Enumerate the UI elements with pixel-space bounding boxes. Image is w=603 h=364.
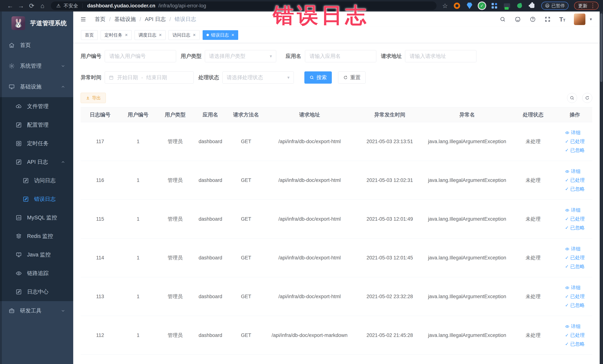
request-url-input[interactable]	[405, 50, 476, 62]
app-name-input[interactable]	[305, 50, 376, 62]
mark-ignored-link[interactable]: ✓已忽略	[565, 225, 585, 231]
extension-ring-icon[interactable]	[453, 2, 461, 9]
refresh-table-button[interactable]	[582, 93, 592, 103]
bookmark-star-icon[interactable]: ☆	[442, 2, 448, 10]
column-header[interactable]: 用户编号	[120, 107, 157, 122]
browser-forward-icon[interactable]: →	[16, 2, 26, 10]
close-tab-icon[interactable]: ×	[159, 32, 162, 38]
column-header[interactable]: 请求地址	[265, 107, 354, 122]
reset-button[interactable]: 重置	[338, 71, 366, 84]
mark-processed-link[interactable]: ✓已处理	[565, 216, 585, 222]
close-tab-icon[interactable]: ×	[125, 32, 128, 38]
date-range-picker[interactable]: 开始日期 - 结束日期	[105, 71, 194, 84]
sidebar-item-log-center[interactable]: 日志中心	[0, 282, 73, 301]
sidebar-item-api-log[interactable]: API 日志	[0, 153, 73, 171]
detail-link[interactable]: 详细	[565, 324, 580, 329]
sidebar-item-file-manage[interactable]: 文件管理	[0, 97, 73, 116]
browser-back-icon[interactable]: ←	[5, 2, 16, 10]
github-icon[interactable]	[514, 16, 521, 23]
column-header[interactable]: 应用名	[194, 107, 227, 122]
breadcrumb-item[interactable]: 首页	[95, 16, 105, 23]
sidebar-item-dev-tools[interactable]: 研发工具	[0, 301, 73, 320]
user-id-input[interactable]	[105, 50, 176, 62]
sidebar-item-java-monitor[interactable]: Java 监控	[0, 246, 73, 264]
extension-puzzle-icon[interactable]	[529, 2, 536, 9]
browser-reload-icon[interactable]: ⟳	[26, 2, 37, 10]
detail-link[interactable]: 详细	[565, 169, 580, 174]
avatar-caret-icon[interactable]: ▾	[590, 17, 592, 22]
fullscreen-icon[interactable]	[545, 16, 551, 23]
browser-home-icon[interactable]: ⌂	[37, 2, 48, 10]
mark-ignored-link[interactable]: ✓已忽略	[565, 341, 585, 347]
help-icon[interactable]	[530, 16, 536, 23]
tab-home[interactable]: 首页	[81, 30, 98, 40]
column-header[interactable]: 异常名	[425, 107, 509, 122]
sidebar-item-access-log[interactable]: 访问日志	[0, 171, 73, 190]
avatar[interactable]	[574, 13, 585, 25]
sidebar-item-mysql-monitor[interactable]: MySQL 监控	[0, 208, 73, 227]
app-logo[interactable]: 🐰 芋道管理系统	[0, 12, 73, 35]
close-tab-icon[interactable]: ×	[193, 32, 196, 38]
page-content: 用户编号 用户类型 请选择用户类型 ▾ 应用名 请求地址	[73, 43, 600, 364]
mark-processed-link[interactable]: ✓已处理	[565, 177, 585, 183]
address-bar[interactable]: ⚠ 不安全 dashboard.yudao.iocoder.cn /infra/…	[51, 1, 437, 10]
extension-check-icon[interactable]: ✓	[479, 2, 485, 9]
mark-ignored-link[interactable]: ✓已忽略	[565, 303, 585, 308]
cell-actions: 详细✓已处理✓已忽略	[557, 122, 592, 161]
column-header[interactable]: 异常发生时间	[354, 107, 425, 122]
chrome-update-button[interactable]: 更新 ⋮	[574, 2, 599, 10]
sidebar-item-scheduled-jobs[interactable]: 定时任务	[0, 134, 73, 153]
detail-link[interactable]: 详细	[565, 207, 580, 213]
mark-processed-link[interactable]: ✓已处理	[565, 139, 585, 144]
export-button[interactable]: 导出	[81, 93, 106, 103]
sidebar-item-home[interactable]: 首页	[0, 35, 73, 56]
mark-processed-link[interactable]: ✓已处理	[565, 332, 585, 338]
mark-ignored-link[interactable]: ✓已忽略	[565, 186, 585, 192]
detail-link[interactable]: 详细	[565, 285, 580, 291]
sidebar-item-tracing[interactable]: 链路追踪	[0, 264, 73, 282]
hamburger-icon[interactable]	[80, 16, 87, 23]
extension-shield-icon[interactable]	[466, 2, 473, 9]
extension-grid-icon[interactable]	[491, 2, 498, 9]
column-header[interactable]: 日志编号	[81, 107, 120, 122]
profile-paused-pill[interactable]: 😃 已暂停	[541, 2, 568, 10]
page-scrollbar[interactable]	[600, 12, 603, 364]
close-tab-icon[interactable]: ×	[232, 32, 234, 38]
log-edit-icon	[16, 289, 22, 295]
extension-leaf-icon[interactable]	[516, 2, 523, 9]
column-header[interactable]: 操作	[557, 107, 592, 122]
breadcrumb-item[interactable]: API 日志	[145, 16, 166, 23]
sidebar-item-system[interactable]: 系统管理	[0, 56, 73, 76]
process-status-select[interactable]: 请选择处理状态 ▾	[222, 71, 294, 84]
sidebar-item-infra[interactable]: 基础设施	[0, 76, 73, 97]
url-path: /infra/log/api-error-log	[158, 3, 206, 9]
mark-processed-link[interactable]: ✓已处理	[565, 255, 585, 260]
mark-ignored-link[interactable]: ✓已忽略	[565, 264, 585, 270]
tab-scheduled-jobs[interactable]: 定时任务×	[101, 30, 132, 40]
detail-link[interactable]: 详细	[565, 130, 580, 136]
extension-on-badge-icon[interactable]	[503, 2, 510, 9]
security-label[interactable]: 不安全	[64, 3, 78, 9]
mark-ignored-link[interactable]: ✓已忽略	[565, 147, 585, 153]
column-header[interactable]: 处理状态	[509, 107, 557, 122]
sidebar-item-redis-monitor[interactable]: Redis 监控	[0, 227, 73, 246]
browser-menu-kebab-icon[interactable]: ⋮	[590, 3, 596, 9]
sidebar-item-config-manage[interactable]: 配置管理	[0, 116, 73, 134]
tab-access-log[interactable]: 访问日志×	[169, 30, 199, 40]
infra-submenu: 文件管理 配置管理 定时任务 API 日志 访问日志	[0, 97, 73, 301]
column-header[interactable]: 请求方法名	[227, 107, 265, 122]
search-icon[interactable]	[499, 16, 506, 23]
breadcrumb-item[interactable]: 基础设施	[114, 16, 136, 23]
tab-dispatch-log[interactable]: 调度日志×	[135, 30, 165, 40]
sidebar-item-error-log[interactable]: 错误日志	[0, 190, 73, 208]
scrollbar-thumb[interactable]	[600, 13, 603, 82]
font-size-icon[interactable]: TT	[559, 16, 565, 23]
user-type-select[interactable]: 请选择用户类型 ▾	[205, 50, 276, 62]
sidebar-item-label: 系统管理	[20, 62, 42, 70]
tab-error-log[interactable]: 错误日志×	[203, 30, 238, 40]
toggle-search-button[interactable]	[567, 93, 577, 103]
detail-link[interactable]: 详细	[565, 246, 580, 252]
search-button[interactable]: 搜索	[304, 71, 332, 84]
mark-processed-link[interactable]: ✓已处理	[565, 294, 585, 299]
column-header[interactable]: 用户类型	[157, 107, 194, 122]
